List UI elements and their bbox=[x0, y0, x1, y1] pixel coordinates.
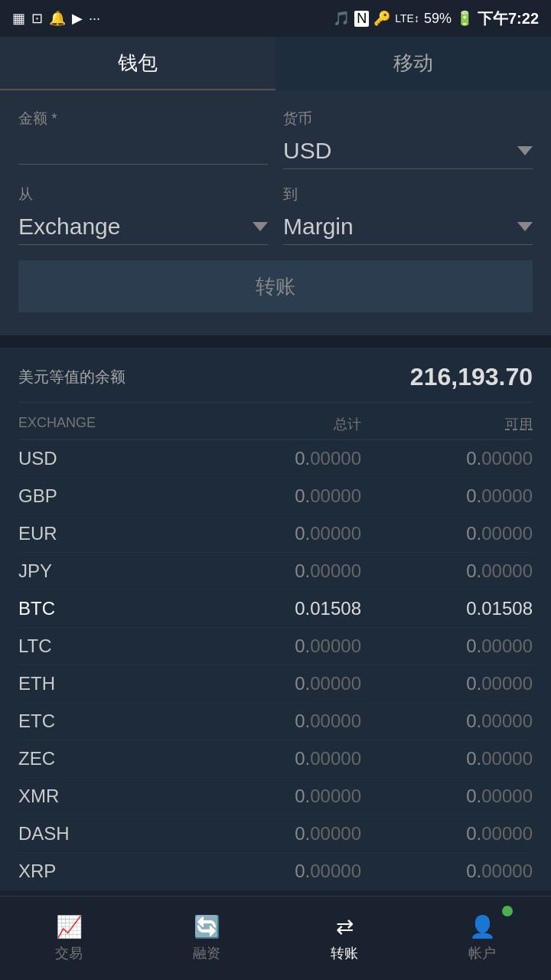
td-total-LTC: 0.00000 bbox=[190, 635, 361, 657]
td-currency-EUR: EUR bbox=[18, 523, 190, 544]
transfer-form: 金额 * 货币 USD 从 Exchange bbox=[0, 90, 551, 335]
from-select[interactable]: Exchange bbox=[18, 209, 268, 245]
td-available-BTC: 0.01508 bbox=[361, 598, 533, 619]
from-chevron-icon bbox=[253, 222, 268, 231]
table-row: ETC 0.00000 0.00000 bbox=[18, 703, 533, 740]
td-currency-XMR: XMR bbox=[18, 786, 190, 807]
table-header: EXCHANGE 总计 可用 bbox=[18, 403, 533, 440]
battery-icon: 🔋 bbox=[456, 10, 473, 27]
td-currency-XRP: XRP bbox=[18, 861, 190, 882]
nav-item-funding[interactable]: 🔄 融资 bbox=[138, 897, 276, 980]
table-row: JPY 0.00000 0.00000 bbox=[18, 553, 533, 590]
td-available-ETC: 0.00000 bbox=[361, 710, 533, 732]
nfc-icon: N bbox=[354, 11, 369, 27]
td-currency-GBP: GBP bbox=[18, 485, 190, 507]
nav-transfer-label: 转账 bbox=[331, 944, 358, 962]
table-row: XMR 0.00000 0.00000 bbox=[18, 778, 533, 815]
transfer-button[interactable]: 转账 bbox=[18, 260, 533, 312]
currency-value: USD bbox=[283, 138, 331, 164]
nav-funding-label: 融资 bbox=[193, 944, 220, 962]
from-value: Exchange bbox=[18, 214, 120, 240]
battery-percent: 59% bbox=[424, 11, 452, 27]
to-field: 到 Margin bbox=[283, 185, 533, 245]
td-total-BTC: 0.01508 bbox=[190, 598, 361, 619]
key-icon: 🔑 bbox=[373, 10, 390, 27]
tab-move-label: 移动 bbox=[393, 50, 433, 77]
content-area: 钱包 移动 金额 * 货币 USD 从 bbox=[0, 37, 551, 980]
td-currency-JPY: JPY bbox=[18, 560, 190, 582]
td-currency-ZEC: ZEC bbox=[18, 748, 190, 769]
nav-item-account[interactable]: 👤 帐户 bbox=[413, 897, 551, 980]
table-row: USD 0.00000 0.00000 bbox=[18, 440, 533, 478]
section-divider bbox=[0, 335, 551, 348]
th-available: 可用 bbox=[361, 415, 533, 433]
status-bar: ▦ ⊡ 🔔 ▶ ··· 🎵 N 🔑 LTE↕ 59% 🔋 下午7:22 bbox=[0, 0, 551, 37]
nav-trading-label: 交易 bbox=[55, 944, 83, 962]
table-row: ZEC 0.00000 0.00000 bbox=[18, 740, 533, 778]
app-icon: ⊡ bbox=[31, 10, 43, 27]
td-total-DASH: 0.00000 bbox=[190, 823, 361, 844]
td-currency-USD: USD bbox=[18, 448, 190, 469]
transfer-btn-wrap: 转账 bbox=[18, 260, 533, 312]
tab-wallet-label: 钱包 bbox=[118, 50, 158, 77]
td-total-ETH: 0.00000 bbox=[190, 673, 361, 694]
table-row: DASH 0.00000 0.00000 bbox=[18, 815, 533, 853]
td-available-ZEC: 0.00000 bbox=[361, 748, 533, 769]
currency-select[interactable]: USD bbox=[283, 133, 533, 169]
td-total-XRP: 0.00000 bbox=[190, 861, 361, 882]
from-field: 从 Exchange bbox=[18, 185, 268, 245]
currency-chevron-icon bbox=[517, 146, 533, 155]
more-icon: ··· bbox=[89, 11, 100, 27]
td-total-EUR: 0.00000 bbox=[190, 523, 361, 544]
to-value: Margin bbox=[283, 214, 354, 240]
td-available-DASH: 0.00000 bbox=[361, 823, 533, 844]
td-currency-DASH: DASH bbox=[18, 823, 190, 844]
online-status-dot bbox=[502, 906, 513, 916]
td-available-GBP: 0.00000 bbox=[361, 485, 533, 507]
td-total-ZEC: 0.00000 bbox=[190, 748, 361, 769]
trading-icon: 📈 bbox=[56, 914, 83, 939]
bottom-nav: 📈 交易 🔄 融资 ⇄ 转账 👤 帐户 bbox=[0, 896, 551, 980]
status-right-icons: 🎵 N 🔑 LTE↕ 59% 🔋 下午7:22 bbox=[333, 8, 539, 29]
td-currency-ETC: ETC bbox=[18, 710, 190, 732]
nav-item-trading[interactable]: 📈 交易 bbox=[0, 897, 138, 980]
tab-move[interactable]: 移动 bbox=[276, 37, 551, 90]
nav-account-label: 帐户 bbox=[468, 944, 496, 962]
table-row: ETH 0.00000 0.00000 bbox=[18, 665, 533, 703]
table-row: XRP 0.00000 0.00000 bbox=[18, 853, 533, 890]
table-row: LTC 0.00000 0.00000 bbox=[18, 628, 533, 665]
td-total-JPY: 0.00000 bbox=[190, 560, 361, 582]
sim-icon: ▦ bbox=[12, 10, 25, 27]
balance-section: 美元等值的余额 216,193.70 bbox=[0, 348, 551, 403]
table-row: BTC 0.01508 0.01508 bbox=[18, 590, 533, 628]
amount-input[interactable] bbox=[18, 133, 268, 165]
td-available-ETH: 0.00000 bbox=[361, 673, 533, 694]
tabs-container: 钱包 移动 bbox=[0, 37, 551, 90]
td-total-GBP: 0.00000 bbox=[190, 485, 361, 507]
td-currency-ETH: ETH bbox=[18, 673, 190, 694]
currency-field: 货币 USD bbox=[283, 109, 533, 169]
to-label: 到 bbox=[283, 185, 533, 204]
td-total-XMR: 0.00000 bbox=[190, 786, 361, 807]
form-row-bottom: 从 Exchange 到 Margin bbox=[18, 185, 533, 245]
balance-label: 美元等值的余额 bbox=[18, 367, 126, 387]
notification-icon: 🔔 bbox=[49, 10, 66, 27]
td-currency-BTC: BTC bbox=[18, 598, 190, 619]
currency-label: 货币 bbox=[283, 109, 533, 129]
funding-icon: 🔄 bbox=[194, 914, 220, 939]
tab-wallet[interactable]: 钱包 bbox=[0, 37, 276, 90]
transfer-icon: ⇄ bbox=[336, 914, 354, 939]
to-select[interactable]: Margin bbox=[283, 209, 533, 245]
nav-item-transfer[interactable]: ⇄ 转账 bbox=[276, 897, 413, 980]
td-available-XRP: 0.00000 bbox=[361, 861, 533, 882]
amount-label: 金额 * bbox=[18, 109, 268, 129]
table-rows: USD 0.00000 0.00000 GBP 0.00000 0.00000 … bbox=[18, 440, 533, 890]
td-available-JPY: 0.00000 bbox=[361, 560, 533, 582]
exchange-table: EXCHANGE 总计 可用 USD 0.00000 0.00000 GBP 0… bbox=[0, 403, 551, 890]
table-row: EUR 0.00000 0.00000 bbox=[18, 515, 533, 553]
td-available-XMR: 0.00000 bbox=[361, 786, 533, 807]
status-left-icons: ▦ ⊡ 🔔 ▶ ··· bbox=[12, 10, 100, 27]
td-total-USD: 0.00000 bbox=[190, 448, 361, 469]
td-available-USD: 0.00000 bbox=[361, 448, 533, 469]
balance-value: 216,193.70 bbox=[410, 363, 533, 391]
